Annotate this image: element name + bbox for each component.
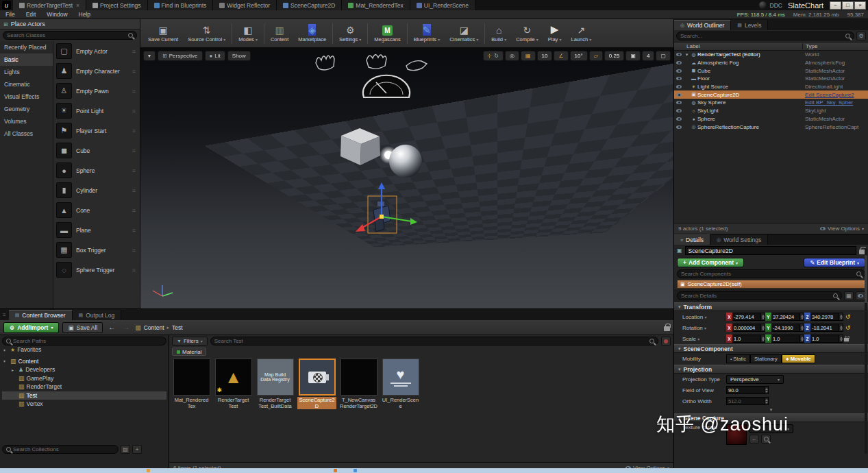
category-recently-placed[interactable]: Recently Placed bbox=[0, 41, 53, 53]
property-matrix-button[interactable]: ▦ bbox=[844, 291, 854, 300]
favorites-header[interactable]: ▾★Favorites bbox=[2, 345, 166, 354]
content-button[interactable]: ▥Content bbox=[266, 23, 293, 43]
outliner-view-options-button[interactable]: View Options ▾ bbox=[820, 226, 864, 232]
location-z-field[interactable]: 340.2978 bbox=[810, 313, 839, 321]
taskbar-app-icon[interactable] bbox=[334, 469, 337, 472]
outliner-row-world[interactable]: ▾◍RenderTargetTest (Editor)World bbox=[674, 51, 868, 59]
modes-button[interactable]: ◧Modes ▾ bbox=[234, 23, 262, 43]
asset-mat-renderedtex[interactable]: Mat_Rendered Tex bbox=[172, 359, 211, 409]
tab-output-log[interactable]: ▤Output Log bbox=[73, 310, 122, 320]
rotation-z-field[interactable]: -18.2041 bbox=[810, 324, 839, 332]
mobility-static-button[interactable]: ▪Static bbox=[726, 354, 750, 363]
menu-edit[interactable]: Edit bbox=[21, 11, 42, 18]
compile-button[interactable]: ↻Compile ▾ bbox=[511, 23, 543, 43]
location-y-field[interactable]: 37.20424 bbox=[771, 313, 800, 321]
tab-well-icon[interactable]: ≡ bbox=[0, 312, 9, 318]
actor-cube[interactable]: ◼Cube≡ bbox=[53, 141, 140, 160]
section-transform[interactable]: ▾Transform bbox=[674, 302, 868, 311]
outliner-settings-button[interactable]: ⚙ bbox=[856, 32, 866, 40]
visibility-eye-icon[interactable] bbox=[676, 77, 682, 80]
field-of-view-field[interactable]: 90.0 bbox=[726, 386, 765, 394]
outliner-search-input[interactable] bbox=[680, 33, 845, 39]
lit-mode-button[interactable]: ●Lit bbox=[205, 51, 225, 61]
megascans-button[interactable]: MMegascans bbox=[369, 23, 405, 43]
details-scrollbar[interactable] bbox=[865, 248, 867, 454]
category-basic[interactable]: Basic bbox=[0, 53, 53, 66]
forward-button[interactable]: → bbox=[121, 324, 132, 331]
mobility-stationary-button[interactable]: Stationary bbox=[750, 354, 782, 363]
lock-content-browser-icon[interactable] bbox=[664, 326, 670, 331]
category-visual-effects[interactable]: Visual Effects bbox=[0, 90, 53, 103]
actor-cylinder[interactable]: ▮Cylinder≡ bbox=[53, 180, 140, 200]
projection-type-dropdown[interactable]: Perspective▾ bbox=[726, 375, 784, 384]
menu-file[interactable]: File bbox=[0, 11, 21, 18]
visibility-eye-icon[interactable] bbox=[676, 93, 682, 97]
actor-empty-actor[interactable]: ▢Empty Actor≡ bbox=[53, 41, 140, 61]
menu-window[interactable]: Window bbox=[41, 11, 73, 18]
component-self-row[interactable]: ▣SceneCapture2D(self) bbox=[677, 280, 865, 289]
outliner-row-sphere[interactable]: ●SphereStaticMeshActor bbox=[674, 115, 868, 123]
spinner[interactable] bbox=[839, 335, 843, 343]
add-component-button[interactable]: +Add Component▾ bbox=[677, 258, 744, 267]
actor-empty-character[interactable]: ♟Empty Character≡ bbox=[53, 61, 140, 81]
minimize-button[interactable]: − bbox=[830, 1, 841, 10]
marketplace-button[interactable]: ◈Marketplace bbox=[293, 23, 331, 43]
reset-to-default-icon[interactable]: ↺ bbox=[845, 324, 851, 331]
tab-details[interactable]: ≡Details bbox=[674, 234, 710, 245]
breadcrumb-content[interactable]: Content bbox=[144, 324, 164, 331]
maximize-viewport-button[interactable]: ▢ bbox=[656, 51, 671, 61]
visibility-eye-icon[interactable] bbox=[676, 117, 682, 121]
visibility-eye-icon[interactable] bbox=[676, 61, 682, 64]
outliner-column-headers[interactable]: Label Type bbox=[674, 42, 868, 51]
chrome-sphere-mesh[interactable] bbox=[389, 145, 422, 178]
blueprints-button[interactable]: ✎Blueprints ▾ bbox=[409, 23, 445, 43]
world-space-toggle[interactable]: ◎ bbox=[505, 51, 519, 61]
tab-widget-reflector[interactable]: Widget Reflector bbox=[213, 0, 277, 10]
viewport[interactable]: ▾ ⊞Perspective ●Lit Show ⊹↻ ◎ ▦ 10 ∠ 10°… bbox=[140, 48, 673, 308]
tab-levels[interactable]: ▤Levels bbox=[731, 20, 768, 30]
rotation-snap-toggle[interactable]: ∠ bbox=[554, 51, 568, 61]
play-button[interactable]: ▶Play ▾ bbox=[543, 23, 567, 43]
tab-close-icon[interactable]: × bbox=[76, 2, 79, 9]
expander-icon[interactable]: ▾ bbox=[684, 52, 690, 58]
outliner-row-skylight[interactable]: ☼SkyLightSkyLight bbox=[674, 107, 868, 115]
ortho-width-field[interactable]: 512.0 bbox=[726, 397, 765, 405]
camera-speed-button[interactable]: ▣ bbox=[625, 51, 641, 61]
add-import-button[interactable]: ⊕Add/Import▾ bbox=[3, 322, 59, 333]
rotation-y-field[interactable]: -24.1990 bbox=[771, 324, 800, 332]
location-x-field[interactable]: -279.414 bbox=[732, 313, 761, 321]
actor-sphere-trigger[interactable]: ◌Sphere Trigger≡ bbox=[53, 260, 140, 280]
actor-name-field[interactable] bbox=[685, 246, 856, 255]
close-button[interactable]: × bbox=[854, 1, 866, 10]
visibility-eye-icon[interactable] bbox=[676, 69, 682, 73]
settings-button[interactable]: ⚙Settings ▾ bbox=[334, 23, 366, 43]
actor-player-start[interactable]: ⚑Player Start≡ bbox=[53, 121, 140, 141]
category-geometry[interactable]: Geometry bbox=[0, 103, 53, 115]
category-lights[interactable]: Lights bbox=[0, 66, 53, 78]
rotation-x-field[interactable]: 0.000004 bbox=[732, 324, 761, 332]
transform-gizmo-buttons[interactable]: ⊹↻ bbox=[483, 51, 504, 61]
grid-snap-toggle[interactable]: ▦ bbox=[521, 51, 536, 61]
actor-cone[interactable]: ▲Cone≡ bbox=[53, 200, 140, 220]
section-projection[interactable]: ▾Projection bbox=[674, 365, 868, 374]
filters-button[interactable]: ▼Filters▾ bbox=[172, 337, 208, 345]
tab-scenecapture2d[interactable]: SceneCapture2D bbox=[277, 0, 342, 10]
visibility-eye-icon[interactable] bbox=[676, 85, 682, 88]
actor-plane[interactable]: ▬Plane≡ bbox=[53, 220, 140, 240]
asset-rendertarget-builtdata[interactable]: Map Build Data Registry RenderTarget Tes… bbox=[256, 359, 295, 409]
display-filter-button[interactable] bbox=[856, 291, 865, 300]
spinner[interactable] bbox=[765, 397, 769, 405]
tab-level[interactable]: RenderTargetTest× bbox=[13, 0, 86, 10]
cinematics-button[interactable]: ◪Cinematics ▾ bbox=[445, 23, 483, 43]
tab-project-settings[interactable]: Project Settings bbox=[86, 0, 148, 10]
cube-mesh[interactable] bbox=[340, 128, 380, 165]
actor-sphere[interactable]: ●Sphere≡ bbox=[53, 160, 140, 180]
spinner[interactable] bbox=[839, 324, 843, 332]
column-label[interactable]: Label bbox=[674, 43, 802, 49]
tab-ui-renderscene[interactable]: UI_RenderScene bbox=[410, 0, 475, 10]
breadcrumb-test[interactable]: Test bbox=[172, 324, 183, 331]
viewport-options-button[interactable]: ▾ bbox=[143, 51, 156, 61]
visibility-eye-icon[interactable] bbox=[676, 109, 682, 112]
tab-world-settings[interactable]: ◎World Settings bbox=[710, 234, 768, 245]
add-collection-button[interactable]: + bbox=[132, 445, 142, 454]
